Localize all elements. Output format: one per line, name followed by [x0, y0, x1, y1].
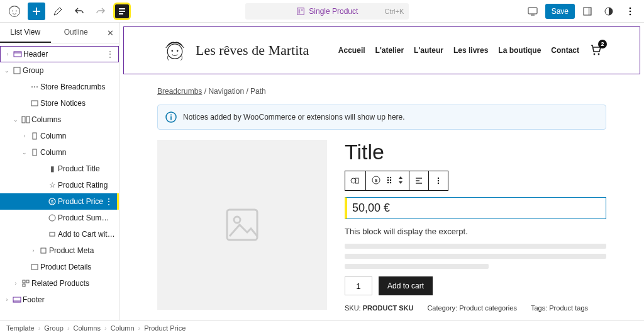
more-options-button[interactable]: [621, 3, 639, 20]
block-type-button[interactable]: [345, 171, 366, 190]
price-icon-button[interactable]: $: [371, 175, 381, 187]
tab-outline[interactable]: Outline: [51, 23, 102, 43]
tree-item-store-notices[interactable]: Store Notices: [0, 95, 119, 111]
tree-item-related-products[interactable]: ›Related Products: [0, 275, 119, 292]
quantity-input[interactable]: [345, 276, 372, 295]
svg-point-13: [630, 7, 631, 9]
tree-item-more[interactable]: ⋮: [104, 196, 113, 207]
tree-item-product-title[interactable]: ▮Product Title: [0, 161, 119, 177]
editor-topbar: Single Product Ctrl+K Save: [0, 0, 644, 23]
close-panel-button[interactable]: ✕: [101, 23, 119, 43]
move-up-down[interactable]: [397, 176, 404, 186]
cart-button[interactable]: 2: [589, 43, 602, 58]
block-toolbar: $: [345, 171, 448, 191]
site-brand[interactable]: Les rêves de Martita: [162, 37, 309, 64]
svg-point-56: [438, 180, 439, 181]
svg-rect-23: [33, 149, 36, 156]
add-to-cart-block[interactable]: Add to cart: [345, 276, 606, 295]
crumb[interactable]: Group: [44, 324, 64, 332]
settings-sidebar-button[interactable]: [579, 3, 596, 20]
nav-link[interactable]: Accueil: [338, 46, 365, 55]
tree-item-product-price[interactable]: $Product Price⋮: [0, 193, 119, 210]
nav-link[interactable]: L'atelier: [375, 46, 404, 55]
align-button[interactable]: [409, 171, 429, 190]
add-block-button[interactable]: [28, 3, 45, 20]
svg-rect-32: [23, 284, 25, 287]
svg-point-55: [438, 178, 439, 179]
svg-point-53: [387, 181, 389, 183]
product-price-block[interactable]: 50,00 €: [345, 197, 606, 219]
template-icon: [296, 7, 305, 16]
tree-item-more[interactable]: ⋮: [106, 49, 114, 59]
svg-point-26: [49, 215, 55, 221]
styles-button[interactable]: [600, 3, 618, 20]
svg-rect-43: [227, 210, 257, 240]
svg-rect-27: [50, 232, 55, 236]
svg-rect-42: [170, 116, 172, 120]
logo-face-icon: [162, 37, 188, 64]
tab-list-view[interactable]: List View: [0, 23, 51, 43]
tree-item-store-breadcrumbs[interactable]: ⋯Store Breadcrumbs: [0, 79, 119, 95]
save-button[interactable]: Save: [545, 4, 575, 19]
nav-link[interactable]: Les livres: [453, 46, 488, 55]
svg-point-57: [438, 183, 439, 184]
breadcrumb-footer: Template› Group› Columns› Column› Produc…: [0, 320, 644, 335]
edit-tool-button[interactable]: [49, 3, 67, 20]
site-avatar[interactable]: [5, 2, 24, 21]
tree-item-add-to-cart[interactable]: Add to Cart with Options: [0, 226, 119, 242]
svg-rect-28: [41, 248, 46, 253]
product-meta-block[interactable]: SKU: PRODUCT SKU Category: Product categ…: [345, 304, 606, 312]
svg-rect-11: [588, 8, 591, 15]
document-title-chip[interactable]: Single Product Ctrl+K: [245, 3, 409, 20]
tree-item-product-summary[interactable]: Product Summary: [0, 210, 119, 226]
crumb[interactable]: Column: [111, 324, 135, 332]
svg-point-51: [387, 179, 389, 180]
drag-handle[interactable]: [386, 176, 392, 186]
breadcrumbs-block[interactable]: Breadcrumbs / Navigation / Path: [157, 87, 606, 96]
nav-link[interactable]: L'auteur: [414, 46, 443, 55]
svg-rect-7: [299, 9, 301, 13]
svg-point-38: [594, 53, 596, 55]
block-more-button[interactable]: [429, 171, 448, 190]
svg-point-44: [234, 217, 240, 223]
svg-rect-18: [14, 67, 20, 74]
tree-item-group[interactable]: ⌄Group: [0, 62, 119, 79]
editor-canvas[interactable]: Les rêves de Martita Accueil L'atelier L…: [119, 23, 644, 320]
crumb[interactable]: Columns: [74, 324, 101, 332]
tree-item-product-rating[interactable]: ☆Product Rating: [0, 177, 119, 193]
tree-item-column-1[interactable]: ›Column: [0, 128, 119, 144]
document-overview-button[interactable]: [113, 3, 131, 20]
face-sketch-icon: [6, 3, 23, 20]
svg-rect-19: [31, 101, 38, 106]
store-notices-block[interactable]: Notices added by WooCommerce or extensio…: [157, 105, 606, 130]
svg-rect-17: [14, 52, 21, 54]
nav-link[interactable]: Contact: [551, 46, 579, 55]
nav-link[interactable]: La boutique: [498, 46, 541, 55]
tree-item-column-2[interactable]: ⌄Column: [0, 144, 119, 161]
view-desktop-button[interactable]: [524, 3, 541, 20]
tree-item-product-meta[interactable]: ›Product Meta: [0, 242, 119, 259]
svg-rect-30: [23, 280, 25, 283]
tree-item-columns[interactable]: ⌄Columns: [0, 111, 119, 128]
tree-item-header[interactable]: ›Header⋮: [0, 46, 119, 62]
svg-point-41: [170, 115, 172, 116]
tree-item-footer[interactable]: ›Footer: [0, 292, 119, 308]
block-tree: ›Header⋮ ⌄Group ⋯Store Breadcrumbs Store…: [0, 43, 119, 310]
svg-rect-31: [26, 280, 29, 283]
add-to-cart-button[interactable]: Add to cart: [379, 276, 433, 295]
tree-item-product-details[interactable]: Product Details: [0, 259, 119, 275]
product-image-placeholder[interactable]: [157, 140, 327, 310]
undo-button[interactable]: [70, 3, 88, 20]
crumb[interactable]: Product Price: [144, 324, 186, 332]
svg-point-37: [177, 50, 179, 52]
skeleton-line: [345, 264, 489, 269]
site-nav: Accueil L'atelier L'auteur Les livres La…: [338, 43, 602, 58]
svg-point-39: [598, 53, 600, 55]
product-title-block[interactable]: Title: [345, 140, 606, 164]
crumb[interactable]: Template: [6, 324, 35, 332]
redo-button[interactable]: [92, 3, 109, 20]
svg-rect-29: [31, 264, 38, 270]
product-summary-block[interactable]: This block will display the excerpt.: [345, 227, 606, 236]
site-header-block[interactable]: Les rêves de Martita Accueil L'atelier L…: [123, 26, 640, 74]
cart-count-badge: 2: [598, 40, 607, 48]
